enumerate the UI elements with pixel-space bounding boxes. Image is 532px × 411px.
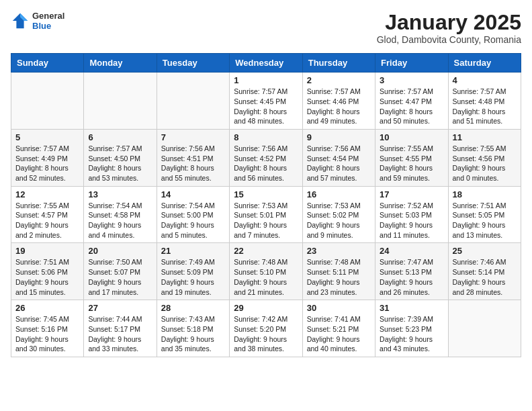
location-subtitle: Glod, Dambovita County, Romania xyxy=(377,34,521,45)
day-number: 1 xyxy=(234,75,298,85)
day-info: Sunrise: 7:46 AM Sunset: 5:14 PM Dayligh… xyxy=(453,257,517,297)
calendar-cell: 22Sunrise: 7:48 AM Sunset: 5:10 PM Dayli… xyxy=(230,243,302,300)
calendar-week-row: 12Sunrise: 7:55 AM Sunset: 4:57 PM Dayli… xyxy=(11,186,521,243)
calendar-cell: 14Sunrise: 7:54 AM Sunset: 5:00 PM Dayli… xyxy=(157,186,229,243)
day-info: Sunrise: 7:48 AM Sunset: 5:11 PM Dayligh… xyxy=(307,257,371,297)
calendar-cell: 12Sunrise: 7:55 AM Sunset: 4:57 PM Dayli… xyxy=(11,186,84,243)
day-number: 24 xyxy=(380,246,443,256)
weekday-header-row: SundayMondayTuesdayWednesdayThursdayFrid… xyxy=(11,54,521,73)
calendar-cell: 25Sunrise: 7:46 AM Sunset: 5:14 PM Dayli… xyxy=(448,243,521,300)
day-number: 23 xyxy=(307,246,371,256)
calendar-cell: 17Sunrise: 7:52 AM Sunset: 5:03 PM Dayli… xyxy=(375,186,448,243)
day-number: 7 xyxy=(161,132,225,142)
calendar-cell: 1Sunrise: 7:57 AM Sunset: 4:45 PM Daylig… xyxy=(230,73,302,130)
day-number: 21 xyxy=(161,246,225,256)
day-info: Sunrise: 7:54 AM Sunset: 5:00 PM Dayligh… xyxy=(161,201,225,240)
weekday-header: Sunday xyxy=(11,54,84,73)
calendar-cell: 30Sunrise: 7:41 AM Sunset: 5:21 PM Dayli… xyxy=(302,300,375,357)
calendar-cell: 31Sunrise: 7:39 AM Sunset: 5:23 PM Dayli… xyxy=(375,300,448,357)
day-info: Sunrise: 7:48 AM Sunset: 5:10 PM Dayligh… xyxy=(234,257,298,297)
logo-general-text: General xyxy=(32,11,64,21)
day-number: 25 xyxy=(453,246,517,256)
calendar-cell: 26Sunrise: 7:45 AM Sunset: 5:16 PM Dayli… xyxy=(11,300,84,357)
calendar-cell: 10Sunrise: 7:55 AM Sunset: 4:55 PM Dayli… xyxy=(375,129,448,186)
calendar-cell: 20Sunrise: 7:50 AM Sunset: 5:07 PM Dayli… xyxy=(84,243,157,300)
calendar-cell: 3Sunrise: 7:57 AM Sunset: 4:47 PM Daylig… xyxy=(375,73,448,130)
day-number: 14 xyxy=(161,189,225,199)
day-number: 12 xyxy=(15,189,79,199)
day-number: 31 xyxy=(380,303,443,313)
day-number: 22 xyxy=(234,246,298,256)
day-info: Sunrise: 7:55 AM Sunset: 4:57 PM Dayligh… xyxy=(15,201,79,240)
calendar-cell: 27Sunrise: 7:44 AM Sunset: 5:17 PM Dayli… xyxy=(84,300,157,357)
logo: General Blue xyxy=(11,11,64,31)
day-info: Sunrise: 7:49 AM Sunset: 5:09 PM Dayligh… xyxy=(161,257,225,297)
title-block: January 2025 Glod, Dambovita County, Rom… xyxy=(377,11,521,45)
day-number: 5 xyxy=(15,132,79,142)
weekday-header: Thursday xyxy=(302,54,375,73)
day-number: 11 xyxy=(453,132,517,142)
day-number: 4 xyxy=(453,75,517,85)
day-info: Sunrise: 7:57 AM Sunset: 4:45 PM Dayligh… xyxy=(234,87,298,126)
day-info: Sunrise: 7:47 AM Sunset: 5:13 PM Dayligh… xyxy=(380,257,443,297)
day-number: 29 xyxy=(234,303,298,313)
day-number: 17 xyxy=(380,189,443,199)
weekday-header: Wednesday xyxy=(230,54,302,73)
day-info: Sunrise: 7:50 AM Sunset: 5:07 PM Dayligh… xyxy=(88,257,152,297)
page-header: General Blue January 2025 Glod, Dambovit… xyxy=(11,11,521,45)
calendar-cell: 2Sunrise: 7:57 AM Sunset: 4:46 PM Daylig… xyxy=(302,73,375,130)
day-info: Sunrise: 7:53 AM Sunset: 5:01 PM Dayligh… xyxy=(234,201,298,240)
day-info: Sunrise: 7:56 AM Sunset: 4:52 PM Dayligh… xyxy=(234,144,298,183)
day-number: 16 xyxy=(307,189,371,199)
calendar-week-row: 1Sunrise: 7:57 AM Sunset: 4:45 PM Daylig… xyxy=(11,73,521,130)
calendar-cell: 19Sunrise: 7:51 AM Sunset: 5:06 PM Dayli… xyxy=(11,243,84,300)
calendar-cell: 7Sunrise: 7:56 AM Sunset: 4:51 PM Daylig… xyxy=(157,129,229,186)
day-info: Sunrise: 7:55 AM Sunset: 4:55 PM Dayligh… xyxy=(380,144,443,183)
day-info: Sunrise: 7:45 AM Sunset: 5:16 PM Dayligh… xyxy=(15,314,79,354)
calendar-cell: 9Sunrise: 7:56 AM Sunset: 4:54 PM Daylig… xyxy=(302,129,375,186)
day-info: Sunrise: 7:39 AM Sunset: 5:23 PM Dayligh… xyxy=(380,314,443,354)
calendar-week-row: 5Sunrise: 7:57 AM Sunset: 4:49 PM Daylig… xyxy=(11,129,521,186)
day-number: 9 xyxy=(307,132,371,142)
calendar-cell: 29Sunrise: 7:42 AM Sunset: 5:20 PM Dayli… xyxy=(230,300,302,357)
day-number: 28 xyxy=(161,303,225,313)
day-number: 30 xyxy=(307,303,371,313)
day-info: Sunrise: 7:57 AM Sunset: 4:50 PM Dayligh… xyxy=(88,144,152,183)
calendar-week-row: 26Sunrise: 7:45 AM Sunset: 5:16 PM Dayli… xyxy=(11,300,521,357)
month-title: January 2025 xyxy=(377,11,521,34)
calendar-cell xyxy=(448,300,521,357)
day-number: 2 xyxy=(307,75,371,85)
calendar-cell: 11Sunrise: 7:55 AM Sunset: 4:56 PM Dayli… xyxy=(448,129,521,186)
weekday-header: Friday xyxy=(375,54,448,73)
calendar-cell: 28Sunrise: 7:43 AM Sunset: 5:18 PM Dayli… xyxy=(157,300,229,357)
day-number: 26 xyxy=(15,303,79,313)
weekday-header: Saturday xyxy=(448,54,521,73)
logo-blue-text: Blue xyxy=(32,21,64,31)
day-info: Sunrise: 7:44 AM Sunset: 5:17 PM Dayligh… xyxy=(88,314,152,354)
calendar-cell: 23Sunrise: 7:48 AM Sunset: 5:11 PM Dayli… xyxy=(302,243,375,300)
day-number: 20 xyxy=(88,246,152,256)
logo-text: General Blue xyxy=(32,11,64,31)
calendar-cell: 8Sunrise: 7:56 AM Sunset: 4:52 PM Daylig… xyxy=(230,129,302,186)
day-number: 15 xyxy=(234,189,298,199)
day-number: 18 xyxy=(453,189,517,199)
calendar-cell xyxy=(11,73,84,130)
day-info: Sunrise: 7:57 AM Sunset: 4:46 PM Dayligh… xyxy=(307,87,371,126)
calendar-cell: 15Sunrise: 7:53 AM Sunset: 5:01 PM Dayli… xyxy=(230,186,302,243)
day-number: 6 xyxy=(88,132,152,142)
day-number: 3 xyxy=(380,75,443,85)
calendar-cell: 6Sunrise: 7:57 AM Sunset: 4:50 PM Daylig… xyxy=(84,129,157,186)
day-number: 10 xyxy=(380,132,443,142)
day-number: 19 xyxy=(15,246,79,256)
day-number: 8 xyxy=(234,132,298,142)
day-info: Sunrise: 7:54 AM Sunset: 4:58 PM Dayligh… xyxy=(88,201,152,240)
day-number: 27 xyxy=(88,303,152,313)
calendar-cell: 4Sunrise: 7:57 AM Sunset: 4:48 PM Daylig… xyxy=(448,73,521,130)
weekday-header: Monday xyxy=(84,54,157,73)
calendar-cell: 18Sunrise: 7:51 AM Sunset: 5:05 PM Dayli… xyxy=(448,186,521,243)
calendar-cell: 21Sunrise: 7:49 AM Sunset: 5:09 PM Dayli… xyxy=(157,243,229,300)
calendar-cell: 13Sunrise: 7:54 AM Sunset: 4:58 PM Dayli… xyxy=(84,186,157,243)
calendar-cell: 16Sunrise: 7:53 AM Sunset: 5:02 PM Dayli… xyxy=(302,186,375,243)
day-info: Sunrise: 7:55 AM Sunset: 4:56 PM Dayligh… xyxy=(453,144,517,183)
day-info: Sunrise: 7:43 AM Sunset: 5:18 PM Dayligh… xyxy=(161,314,225,354)
